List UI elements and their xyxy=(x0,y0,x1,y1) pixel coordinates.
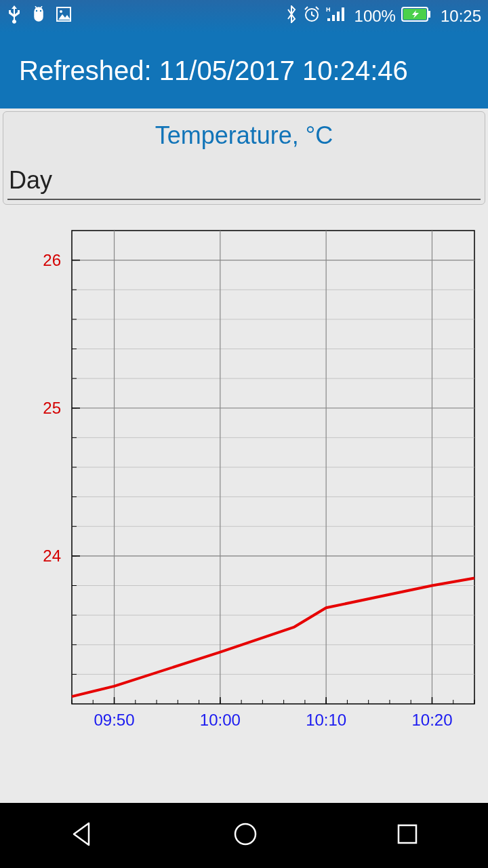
svg-point-78 xyxy=(235,824,256,844)
status-clock: 10:25 xyxy=(441,7,481,26)
svg-point-1 xyxy=(40,10,41,12)
app-bar: Refreshed: 11/05/2017 10:24:46 xyxy=(0,33,488,108)
bluetooth-icon xyxy=(285,5,298,27)
svg-rect-8 xyxy=(342,7,344,21)
image-icon xyxy=(56,6,72,26)
svg-rect-5 xyxy=(327,18,330,21)
svg-rect-7 xyxy=(337,12,340,21)
battery-percent: 100% xyxy=(354,7,396,26)
x-tick-label: 09:50 xyxy=(94,711,134,730)
home-button[interactable] xyxy=(232,821,259,850)
x-tick-label: 10:10 xyxy=(306,711,346,730)
svg-point-0 xyxy=(36,10,37,12)
temperature-chart[interactable]: 24252609:5010:0010:1010:20 xyxy=(0,228,488,757)
usb-icon xyxy=(7,5,22,28)
chart-card-title: Temperature, °C xyxy=(3,112,485,163)
svg-rect-79 xyxy=(399,825,416,843)
x-tick-label: 10:00 xyxy=(200,711,241,730)
timerange-selector[interactable] xyxy=(7,163,481,200)
back-button[interactable] xyxy=(68,821,96,850)
battery-icon xyxy=(401,7,431,26)
debug-icon xyxy=(31,6,46,26)
android-nav-bar xyxy=(0,803,488,868)
y-tick-label: 24 xyxy=(0,547,61,566)
chart-card: Temperature, °C xyxy=(3,111,485,205)
recents-button[interactable] xyxy=(395,822,420,849)
y-tick-label: 26 xyxy=(0,251,61,270)
app-bar-title: Refreshed: 11/05/2017 10:24:46 xyxy=(19,56,408,86)
alarm-icon xyxy=(303,5,321,27)
android-status-bar: H 100% 10:25 xyxy=(0,0,488,33)
y-tick-label: 25 xyxy=(0,399,61,418)
svg-text:H: H xyxy=(326,6,331,13)
signal-icon: H xyxy=(326,6,346,26)
svg-rect-6 xyxy=(332,15,335,21)
svg-rect-11 xyxy=(428,11,430,18)
x-tick-label: 10:20 xyxy=(411,711,452,730)
svg-point-3 xyxy=(60,10,62,13)
